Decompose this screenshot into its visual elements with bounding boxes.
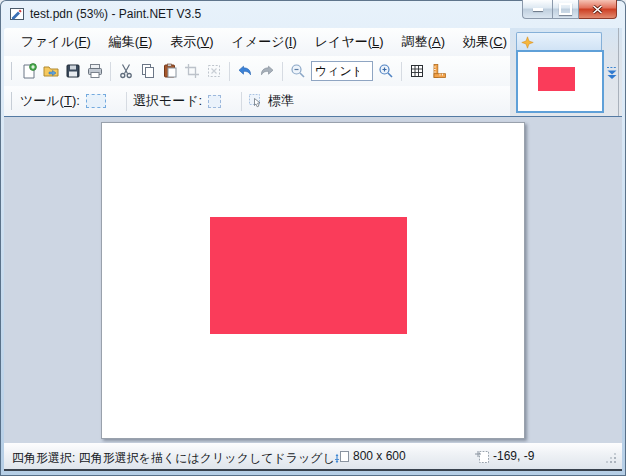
label-part: ) bbox=[503, 34, 507, 49]
zoom-combo-value: ウィンドウ bbox=[312, 63, 359, 80]
flood-mode-dropdown-button[interactable] bbox=[298, 91, 312, 111]
label-part: イメージ( bbox=[232, 34, 289, 49]
workspace bbox=[4, 116, 622, 443]
ruler-icon bbox=[431, 63, 447, 79]
close-button[interactable] bbox=[579, 0, 617, 19]
print-icon bbox=[87, 63, 103, 79]
window-title: test.pdn (53%) - Paint.NET V3.5 bbox=[30, 7, 201, 21]
menu-layers[interactable]: レイヤー(L) bbox=[306, 28, 393, 56]
resize-grip[interactable] bbox=[606, 453, 617, 464]
label-part: 表示( bbox=[170, 34, 200, 49]
rectangle-select-icon[interactable] bbox=[86, 94, 106, 108]
image-list-collapse-button[interactable] bbox=[604, 64, 619, 81]
zoom-in-button[interactable] bbox=[375, 60, 397, 82]
chevron-down-icon[interactable] bbox=[359, 62, 372, 80]
main-toolbar: ウィンドウ bbox=[4, 56, 510, 86]
units-dropdown-button[interactable] bbox=[492, 61, 506, 81]
copy-icon bbox=[140, 63, 156, 79]
tools-label: ツール(T): bbox=[20, 92, 80, 110]
redo-button[interactable] bbox=[256, 60, 278, 82]
mnemonic: V bbox=[201, 34, 210, 49]
cursor-position-indicator: -169, -9 bbox=[474, 447, 534, 465]
menu-image[interactable]: イメージ(I) bbox=[223, 28, 306, 56]
menu-file[interactable]: ファイル(F) bbox=[12, 28, 100, 56]
title-bar[interactable]: test.pdn (53%) - Paint.NET V3.5 bbox=[0, 0, 626, 28]
save-button[interactable] bbox=[62, 60, 84, 82]
mnemonic: C bbox=[493, 34, 502, 49]
label-part: ) bbox=[379, 34, 383, 49]
open-file-button[interactable] bbox=[40, 60, 62, 82]
image-size-icon bbox=[334, 447, 350, 465]
redo-icon bbox=[259, 63, 275, 79]
menu-adjustments[interactable]: 調整(A) bbox=[393, 28, 454, 56]
print-button[interactable] bbox=[84, 60, 106, 82]
ruler-toggle-button[interactable] bbox=[428, 60, 450, 82]
label-part: ファイル( bbox=[21, 34, 79, 49]
menu-effects[interactable]: 効果(C) bbox=[454, 28, 516, 56]
new-file-icon bbox=[21, 63, 37, 79]
zoom-out-button[interactable] bbox=[287, 60, 309, 82]
selection-mode-icon[interactable] bbox=[208, 95, 221, 108]
canvas[interactable] bbox=[101, 122, 525, 439]
toolbar-separator bbox=[126, 92, 127, 111]
close-icon bbox=[592, 5, 603, 14]
toolbar-grip[interactable] bbox=[11, 92, 12, 110]
mnemonic: E bbox=[139, 34, 148, 49]
maximize-button[interactable] bbox=[552, 0, 579, 19]
minimize-button[interactable] bbox=[522, 0, 552, 19]
status-message: 四角形選択: 四角形選択を描くにはクリックしてドラッグし bbox=[12, 450, 334, 467]
toolbar-separator bbox=[241, 92, 242, 111]
double-chevron-down-icon bbox=[605, 65, 619, 81]
tool-options-bar: ツール(T): 選択モード: 標準 bbox=[4, 86, 510, 116]
label-part: ) bbox=[148, 34, 152, 49]
toolbar-separator bbox=[110, 62, 111, 81]
open-folder-icon bbox=[43, 63, 59, 79]
paint-net-window: test.pdn (53%) - Paint.NET V3.5 ファイル(F) … bbox=[0, 0, 626, 476]
copy-button[interactable] bbox=[137, 60, 159, 82]
image-list-panel bbox=[510, 28, 622, 116]
star-icon bbox=[521, 36, 534, 49]
label-part: 効果( bbox=[463, 34, 493, 49]
selection-mode-dropdown-button[interactable] bbox=[223, 91, 237, 111]
thumbnail-artwork bbox=[538, 67, 575, 91]
image-thumbnail[interactable] bbox=[516, 50, 604, 113]
label-part: レイヤー( bbox=[315, 34, 372, 49]
maximize-icon bbox=[559, 3, 572, 15]
paste-button[interactable] bbox=[159, 60, 181, 82]
label-part: ) bbox=[292, 34, 296, 49]
menu-view[interactable]: 表示(V) bbox=[161, 28, 222, 56]
deselect-button bbox=[203, 60, 225, 82]
mnemonic: F bbox=[79, 34, 87, 49]
mnemonic: A bbox=[432, 34, 441, 49]
crop-button bbox=[181, 60, 203, 82]
flood-mode-value: 標準 bbox=[268, 92, 294, 110]
crop-icon bbox=[184, 63, 200, 79]
toolbar-separator bbox=[229, 62, 230, 81]
toolbar-grip[interactable] bbox=[11, 62, 12, 80]
app-icon bbox=[9, 6, 25, 22]
zoom-combo[interactable]: ウィンドウ bbox=[311, 61, 373, 81]
menu-edit[interactable]: 編集(E) bbox=[100, 28, 161, 56]
label-part: ) bbox=[87, 34, 91, 49]
undo-button[interactable] bbox=[234, 60, 256, 82]
grid-toggle-button[interactable] bbox=[406, 60, 428, 82]
label-part: ) bbox=[209, 34, 213, 49]
cut-icon bbox=[118, 63, 134, 79]
window-controls bbox=[522, 0, 617, 19]
selection-mode-label: 選択モード: bbox=[133, 92, 202, 110]
deselect-icon bbox=[206, 63, 222, 79]
cursor-position-icon bbox=[474, 447, 490, 465]
red-rectangle-artwork bbox=[210, 217, 407, 334]
label-part: 編集( bbox=[109, 34, 139, 49]
image-size-indicator: 800 x 600 bbox=[334, 447, 406, 465]
tools-dropdown-button[interactable] bbox=[108, 91, 122, 111]
new-file-button[interactable] bbox=[18, 60, 40, 82]
image-list-tab[interactable] bbox=[516, 32, 602, 51]
zoom-out-icon bbox=[290, 63, 306, 79]
label-part: ) bbox=[441, 34, 445, 49]
minimize-icon bbox=[533, 8, 543, 11]
cut-button[interactable] bbox=[115, 60, 137, 82]
zoom-in-icon bbox=[378, 63, 394, 79]
toolbar-separator bbox=[282, 62, 283, 81]
status-bar: 四角形選択: 四角形選択を描くにはクリックしてドラッグし 800 x 600 -… bbox=[4, 443, 622, 471]
